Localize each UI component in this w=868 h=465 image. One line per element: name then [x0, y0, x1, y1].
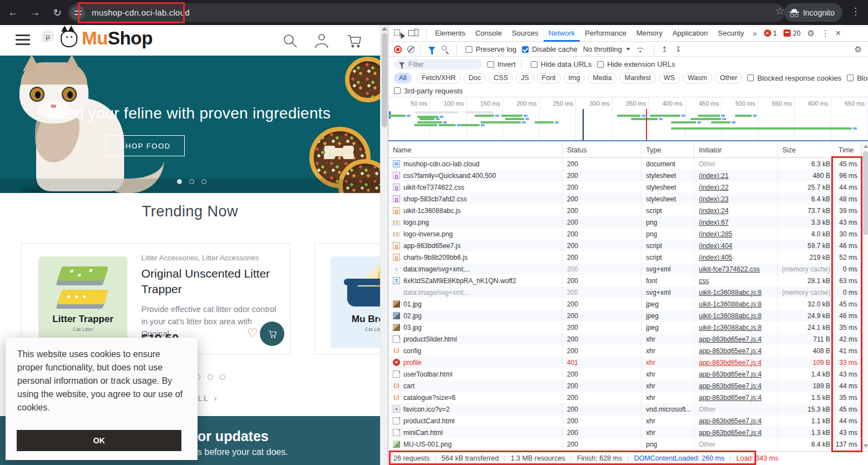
- initiator-link[interactable]: (index):404: [699, 242, 732, 250]
- cookie-ok-button[interactable]: OK: [17, 430, 181, 451]
- import-har-icon[interactable]: ↥: [658, 45, 672, 53]
- site-info-icon[interactable]: [71, 6, 85, 20]
- address-bar[interactable]: mushop-cdn.oci-lab.cloud: [68, 3, 785, 22]
- filter-pill-all[interactable]: All: [394, 73, 412, 83]
- table-row[interactable]: logo-inverse.png200png(index):2854.0 kB3…: [388, 228, 861, 240]
- third-party-label[interactable]: 3rd-party requests: [404, 87, 463, 95]
- network-overview-waterfall[interactable]: 50 ms100 ms150 ms200 ms250 ms300 ms350 m…: [388, 98, 868, 141]
- cell-name[interactable]: uikit-fce7374622.css: [388, 181, 563, 193]
- cell-name[interactable]: css?family=Quicksand:400,500: [388, 170, 563, 181]
- url-text[interactable]: mushop-cdn.oci-lab.cloud: [92, 8, 190, 17]
- table-scroll-thumb[interactable]: [863, 151, 868, 235]
- initiator-link[interactable]: uikit-1c36088abc.js:8: [699, 324, 762, 332]
- preserve-log-label[interactable]: Preserve log: [476, 45, 516, 53]
- cell-name[interactable]: app-863bd65ee7.js: [388, 240, 563, 251]
- reload-button[interactable]: ↻: [48, 3, 67, 22]
- more-tabs-icon[interactable]: »: [749, 28, 760, 38]
- filter-pill-wasm[interactable]: Wasm: [683, 73, 712, 83]
- cell-name[interactable]: productCard.html: [388, 415, 563, 427]
- table-row[interactable]: mushop-cdn.oci-lab.cloud200documentOther…: [388, 158, 861, 170]
- tab-network[interactable]: Network: [544, 25, 580, 42]
- blocked-requests-label[interactable]: Blocked requests: [857, 74, 868, 82]
- initiator-link[interactable]: app-863bd65ee7.js:4: [699, 429, 762, 437]
- cell-name[interactable]: data:image/svg+xml;...: [388, 286, 563, 298]
- filter-pill-css[interactable]: CSS: [489, 73, 513, 83]
- back-button[interactable]: ←: [3, 3, 22, 22]
- filter-input[interactable]: Filter: [394, 59, 482, 70]
- table-row[interactable]: favicon.ico?v=2200vnd.microsoft...Other1…: [388, 403, 861, 415]
- table-row[interactable]: userToolbar.html200xhrapp-863bd65ee7.js:…: [388, 368, 861, 380]
- hero-carousel-dot-1[interactable]: [177, 179, 182, 184]
- throttling-dropdown[interactable]: No throttling: [583, 45, 630, 53]
- column-header-type[interactable]: Type: [642, 142, 694, 157]
- cell-name[interactable]: uikit-1c36088abc.js: [388, 205, 563, 216]
- table-row[interactable]: data:image/svg+xml;...200svg+xmluikit-1c…: [388, 286, 861, 298]
- filter-pill-other[interactable]: Other: [715, 73, 742, 83]
- column-header-size[interactable]: Size: [778, 142, 834, 157]
- blocked-requests-checkbox[interactable]: [847, 75, 854, 81]
- clear-network-log-button[interactable]: [407, 46, 415, 53]
- issues-badge[interactable]: 20: [783, 29, 800, 37]
- account-icon[interactable]: [313, 32, 330, 49]
- initiator-link[interactable]: uikit-fce7374622.css: [699, 265, 760, 273]
- console-errors-badge[interactable]: ✕ 1: [764, 29, 777, 37]
- table-row[interactable]: shop-583cb7afd2.css200stylesheet(index):…: [388, 193, 861, 205]
- table-row[interactable]: config200xhrapp-863bd65ee7.js:4408 B41 m…: [388, 345, 861, 357]
- blocked-response-cookies-checkbox[interactable]: [747, 75, 754, 81]
- shop-food-button[interactable]: SHOP FOOD: [106, 135, 185, 156]
- hero-carousel-dot-3[interactable]: [201, 179, 206, 184]
- tab-security[interactable]: Security: [713, 25, 749, 42]
- initiator-link[interactable]: uikit-1c36088abc.js:8: [699, 289, 762, 296]
- tab-performance[interactable]: Performance: [580, 25, 631, 42]
- device-toolbar-icon[interactable]: [408, 29, 418, 38]
- filter-pill-media[interactable]: Media: [588, 73, 617, 83]
- invert-checkbox[interactable]: [487, 61, 494, 68]
- table-row[interactable]: 01.jpg200jpeguikit-1c36088abc.js:832.0 k…: [388, 298, 861, 310]
- cell-name[interactable]: MU-US-001.png: [388, 438, 563, 450]
- devtools-settings-icon[interactable]: ⚙: [804, 28, 818, 38]
- hide-extension-urls-label[interactable]: Hide extension URLs: [607, 60, 675, 68]
- initiator-link[interactable]: css: [699, 277, 709, 285]
- hamburger-menu-icon[interactable]: [16, 34, 30, 46]
- filter-pill-img[interactable]: Img: [564, 73, 585, 83]
- column-header-name[interactable]: Name: [388, 142, 563, 157]
- hide-extension-urls-checkbox[interactable]: [597, 61, 604, 68]
- initiator-link[interactable]: uikit-1c36088abc.js:8: [699, 312, 762, 320]
- filter-pill-font[interactable]: Font: [537, 73, 561, 83]
- initiator-link[interactable]: (index):405: [699, 254, 732, 261]
- record-network-log-button[interactable]: [394, 46, 402, 53]
- browser-menu-icon[interactable]: ⋮: [851, 6, 860, 17]
- initiator-link[interactable]: (index):67: [699, 219, 728, 226]
- network-conditions-icon[interactable]: [636, 46, 645, 53]
- table-scroll-down-icon[interactable]: [864, 444, 868, 448]
- hide-data-urls-label[interactable]: Hide data URLs: [541, 60, 592, 68]
- table-row[interactable]: uikit-1c36088abc.js200script(index):2473…: [388, 205, 861, 216]
- initiator-link[interactable]: app-863bd65ee7.js:4: [699, 382, 762, 390]
- invert-label[interactable]: Invert: [497, 60, 516, 68]
- filter-pill-js[interactable]: JS: [516, 73, 534, 83]
- cart-icon[interactable]: [346, 32, 362, 49]
- column-header-time[interactable]: Time: [834, 142, 861, 157]
- cell-name[interactable]: favicon.ico?v=2: [388, 403, 563, 415]
- table-row[interactable]: 02.jpg200jpeguikit-1c36088abc.js:824.9 k…: [388, 310, 861, 321]
- table-row[interactable]: css?family=Quicksand:400,500200styleshee…: [388, 170, 861, 181]
- tab-console[interactable]: Console: [470, 25, 507, 42]
- table-row[interactable]: MU-US-001.png200pngOther8.4 kB137 ms: [388, 438, 861, 450]
- column-header-initiator[interactable]: Initiator: [694, 142, 778, 157]
- product-title[interactable]: Original Unscented Litter Trapper: [141, 266, 280, 298]
- page-scrollbar[interactable]: [380, 25, 388, 465]
- cell-name[interactable]: miniCart.html: [388, 427, 563, 438]
- tab-memory[interactable]: Memory: [632, 25, 668, 42]
- filter-pill-doc[interactable]: Doc: [463, 73, 486, 83]
- initiator-link[interactable]: uikit-1c36088abc.js:8: [699, 300, 762, 308]
- network-settings-icon[interactable]: ⚙: [851, 44, 865, 55]
- initiator-link[interactable]: app-863bd65ee7.js:4: [699, 359, 762, 367]
- initiator-link[interactable]: (index):285: [699, 230, 732, 238]
- table-row[interactable]: cart200xhrapp-863bd65ee7.js:4189 B44 ms: [388, 380, 861, 392]
- table-row[interactable]: logo.png200png(index):673.3 kB43 ms: [388, 216, 861, 228]
- cell-name[interactable]: cart: [388, 380, 563, 392]
- add-to-cart-button[interactable]: [260, 321, 284, 346]
- cell-name[interactable]: logo-inverse.png: [388, 228, 563, 240]
- scrollbar-up-arrow[interactable]: [382, 27, 387, 31]
- table-row[interactable]: catalogue?size=6200xhrapp-863bd65ee7.js:…: [388, 392, 861, 403]
